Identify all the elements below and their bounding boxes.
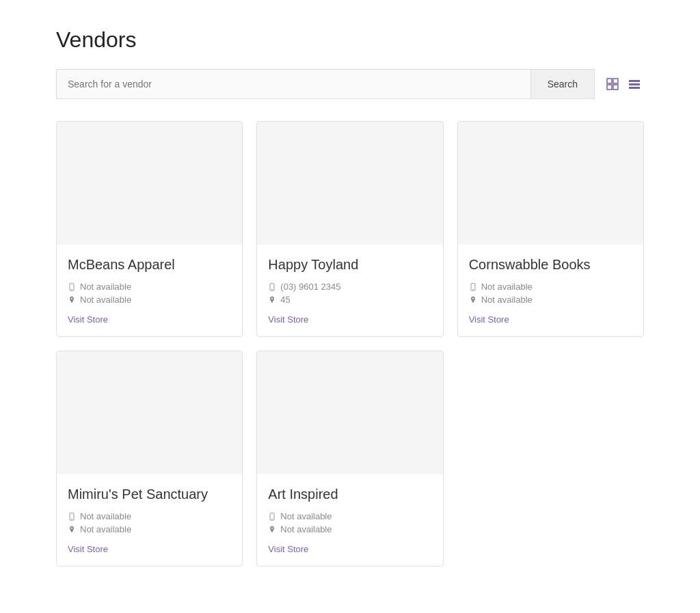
svg-rect-12 xyxy=(472,289,474,290)
vendor-location: Not available xyxy=(80,295,131,305)
search-input[interactable] xyxy=(56,69,530,99)
vendor-name: Art Inspired xyxy=(268,485,431,503)
vendor-info: Not available Not available xyxy=(68,282,231,305)
vendor-phone: Not available xyxy=(280,511,332,521)
vendor-phone: (03) 9601 2345 xyxy=(280,282,340,292)
vendor-phone-row: (03) 9601 2345 xyxy=(268,282,431,292)
svg-rect-10 xyxy=(271,289,273,290)
vendor-phone: Not available xyxy=(481,282,533,292)
grid-view-icon[interactable] xyxy=(603,74,622,94)
svg-rect-1 xyxy=(613,79,618,83)
svg-rect-2 xyxy=(607,85,612,90)
list-view-icon[interactable] xyxy=(625,74,644,94)
view-toggle xyxy=(603,74,644,94)
vendor-phone-row: Not available xyxy=(68,282,231,292)
search-bar: Search xyxy=(56,69,644,99)
vendor-info: Not available Not available xyxy=(68,511,231,534)
vendor-location: 45 xyxy=(280,295,290,305)
vendor-phone-row: Not available xyxy=(469,282,632,292)
vendor-location: Not available xyxy=(280,524,332,534)
vendor-card-body: Art Inspired Not available Not availa xyxy=(257,474,442,566)
page-title: Vendors xyxy=(56,27,644,53)
vendor-phone-row: Not available xyxy=(68,511,231,521)
vendor-card-image xyxy=(458,122,643,245)
vendor-card: Mimiru's Pet Sanctuary Not available xyxy=(56,351,243,567)
svg-rect-8 xyxy=(71,289,72,290)
location-icon xyxy=(268,296,276,304)
vendor-location: Not available xyxy=(481,295,533,305)
vendor-card-image xyxy=(257,122,442,245)
vendor-card: Cornswabble Books Not available Not a xyxy=(457,121,644,337)
svg-rect-16 xyxy=(271,519,273,519)
phone-icon xyxy=(469,283,477,291)
vendor-card-body: McBeans Apparel Not available Not ava xyxy=(57,245,242,336)
vendor-name: Cornswabble Books xyxy=(469,256,632,273)
vendor-name: Happy Toyland xyxy=(268,256,431,273)
vendor-card-image xyxy=(57,351,242,474)
phone-icon xyxy=(68,283,76,291)
vendor-location-row: 45 xyxy=(268,295,431,305)
svg-rect-3 xyxy=(613,85,618,90)
phone-icon xyxy=(268,513,276,521)
location-icon xyxy=(268,526,276,534)
svg-rect-0 xyxy=(607,79,612,83)
vendor-card-body: Cornswabble Books Not available Not a xyxy=(458,245,643,336)
svg-rect-4 xyxy=(629,80,640,82)
vendor-location-row: Not available xyxy=(469,295,632,305)
vendor-name: McBeans Apparel xyxy=(68,256,231,273)
vendors-grid: McBeans Apparel Not available Not ava xyxy=(56,121,644,567)
location-icon xyxy=(68,526,76,534)
phone-icon xyxy=(68,513,76,521)
vendor-location-row: Not available xyxy=(268,524,431,534)
svg-rect-5 xyxy=(629,83,640,85)
vendor-phone-row: Not available xyxy=(268,511,431,521)
visit-store-link[interactable]: Visit Store xyxy=(268,314,308,325)
vendor-card: McBeans Apparel Not available Not ava xyxy=(56,121,243,337)
vendor-info: Not available Not available xyxy=(469,282,632,305)
vendor-card: Art Inspired Not available Not availa xyxy=(256,351,443,567)
location-icon xyxy=(469,296,477,304)
page-container: Vendors Search xyxy=(42,0,658,594)
vendor-card-body: Mimiru's Pet Sanctuary Not available xyxy=(57,474,242,566)
location-icon xyxy=(68,296,76,304)
visit-store-link[interactable]: Visit Store xyxy=(68,544,108,554)
vendor-card-image xyxy=(57,122,242,245)
vendor-phone: Not available xyxy=(80,511,131,521)
vendor-info: Not available Not available xyxy=(268,511,431,534)
vendor-location: Not available xyxy=(80,524,131,534)
vendor-phone: Not available xyxy=(80,282,131,292)
search-button[interactable]: Search xyxy=(530,69,595,99)
vendor-name: Mimiru's Pet Sanctuary xyxy=(68,485,231,503)
phone-icon xyxy=(268,283,276,291)
svg-rect-14 xyxy=(71,519,72,519)
vendor-info: (03) 9601 2345 45 xyxy=(268,282,431,305)
vendor-card-body: Happy Toyland (03) 9601 2345 45 xyxy=(257,245,442,336)
visit-store-link[interactable]: Visit Store xyxy=(68,314,108,325)
visit-store-link[interactable]: Visit Store xyxy=(469,314,509,325)
vendor-card-image xyxy=(257,351,442,474)
vendor-location-row: Not available xyxy=(68,295,231,305)
svg-rect-6 xyxy=(629,87,640,89)
vendor-location-row: Not available xyxy=(68,524,231,534)
visit-store-link[interactable]: Visit Store xyxy=(268,544,308,554)
vendor-card: Happy Toyland (03) 9601 2345 45 xyxy=(256,121,443,337)
